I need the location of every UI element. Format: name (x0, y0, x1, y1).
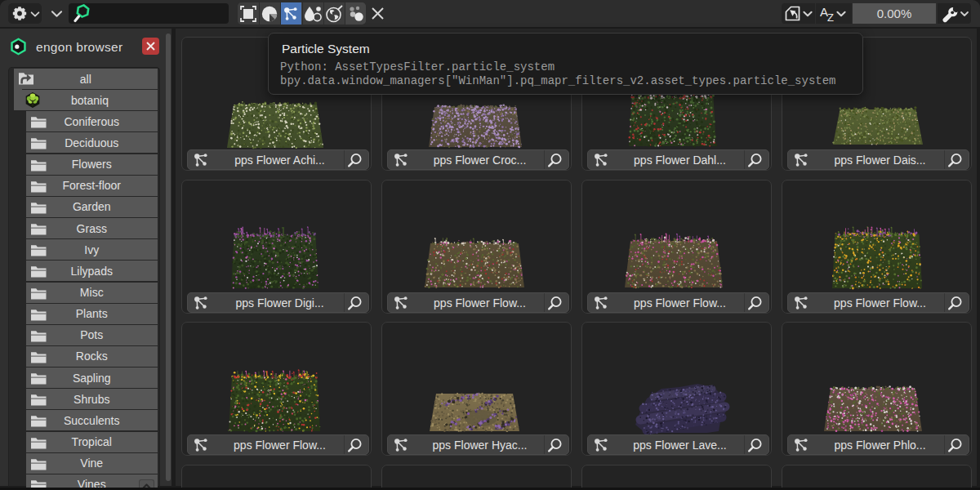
svg-text:Z: Z (827, 11, 834, 24)
